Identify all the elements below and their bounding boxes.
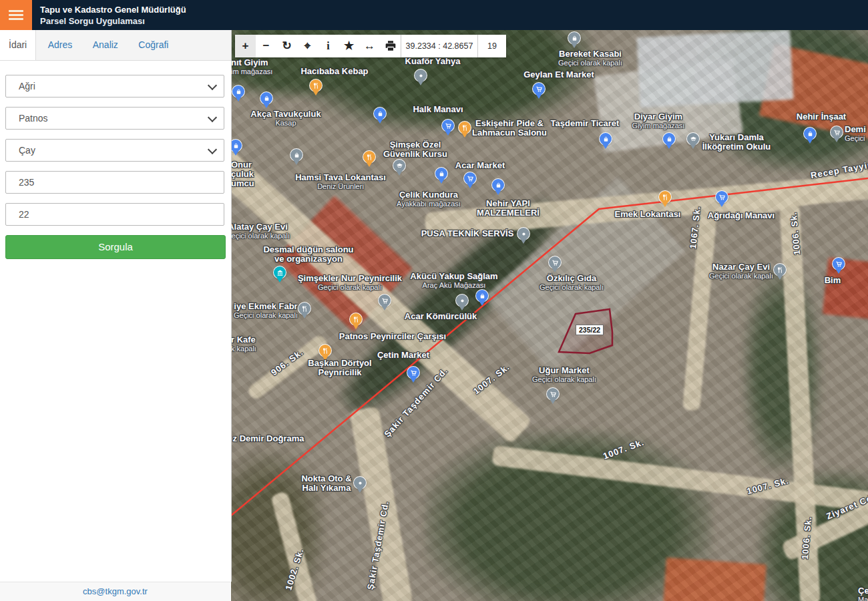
favorite-button[interactable]: ★ (339, 35, 359, 57)
block-number-input[interactable] (6, 172, 224, 193)
satellite-map[interactable]: nıt Giyimim mağazasıHacıbaba KebapKuaför… (231, 30, 868, 601)
bag-icon (666, 136, 673, 143)
food-map-pin[interactable] (774, 264, 786, 276)
food-icon (662, 194, 669, 201)
school-map-pin[interactable] (687, 133, 699, 145)
parcel-field-wrap (5, 203, 224, 226)
food-map-pin[interactable] (319, 345, 331, 357)
cart-icon (835, 260, 843, 268)
cart-map-pin[interactable] (833, 258, 845, 270)
bag-icon (235, 88, 242, 95)
footer-email-link[interactable]: cbs@tkgm.gov.tr (0, 582, 230, 601)
province-select[interactable]: Ağri (5, 75, 224, 97)
wedding-icon (276, 269, 284, 276)
bag-map-pin[interactable] (374, 108, 386, 120)
cart-map-pin[interactable] (407, 367, 419, 379)
tab-analiz[interactable]: Analiz (84, 30, 127, 59)
food-icon (353, 316, 360, 323)
bag-icon (293, 152, 300, 159)
parcel-number-input[interactable] (6, 204, 224, 225)
cart-map-pin[interactable] (716, 191, 728, 203)
dot-map-pin[interactable] (415, 69, 427, 81)
dot-icon (357, 479, 364, 487)
cart-icon (550, 391, 557, 398)
food-map-pin[interactable] (659, 191, 671, 203)
bag-map-pin[interactable] (600, 133, 612, 145)
food-icon (366, 154, 373, 161)
dot-map-pin[interactable] (517, 228, 529, 240)
wedding-map-pin[interactable] (274, 266, 286, 278)
info-button[interactable]: i (318, 35, 339, 57)
bag-icon (263, 95, 270, 102)
food-map-pin[interactable] (310, 79, 322, 91)
district-select-value: Patnos (19, 113, 48, 124)
coordinates-readout: 39.2334 : 42.8657 (401, 35, 477, 57)
tab-idari[interactable]: İdari (0, 30, 36, 60)
tab-adres[interactable]: Adres (39, 30, 81, 59)
cart-map-pin[interactable] (533, 83, 545, 95)
food-icon (461, 124, 469, 132)
food-map-pin[interactable] (363, 151, 375, 163)
tab-cografi[interactable]: Coğrafi (130, 30, 177, 59)
dot-map-pin[interactable] (354, 477, 366, 489)
print-button[interactable] (380, 35, 401, 57)
district-select[interactable]: Patnos (5, 107, 224, 130)
bag-map-pin[interactable] (568, 32, 580, 44)
bag-icon (232, 142, 240, 150)
bag-map-pin[interactable] (476, 290, 488, 302)
bag-icon (571, 35, 578, 42)
cart-map-pin[interactable] (831, 126, 843, 138)
bag-map-pin[interactable] (290, 149, 302, 161)
bag-icon (807, 130, 814, 138)
cart-map-pin[interactable] (442, 120, 454, 132)
chevron-down-icon (208, 81, 217, 90)
sorgula-button[interactable]: Sorgula (5, 235, 226, 259)
bag-icon (479, 292, 486, 300)
neighborhood-select[interactable]: Çay (5, 139, 224, 162)
hamburger-icon (9, 10, 23, 12)
school-map-pin[interactable] (393, 160, 405, 172)
cart-map-pin[interactable] (464, 172, 476, 184)
block-field-wrap (5, 171, 224, 194)
measure-button[interactable]: ↔ (359, 35, 380, 57)
school-icon (690, 136, 697, 143)
zoom-out-button[interactable]: − (256, 35, 276, 57)
dot-map-pin[interactable] (456, 294, 468, 307)
bag-icon (495, 182, 502, 189)
cart-icon (833, 129, 841, 136)
dot-icon (459, 297, 466, 305)
bag-map-pin[interactable] (260, 92, 272, 104)
bag-map-pin[interactable] (804, 128, 816, 140)
food-icon (322, 347, 329, 355)
bag-map-pin[interactable] (492, 179, 504, 191)
chevron-down-icon (208, 113, 217, 122)
food-map-pin[interactable] (459, 122, 471, 134)
cart-map-pin[interactable] (547, 388, 559, 400)
bag-icon (377, 110, 384, 118)
chevron-down-icon (208, 145, 217, 154)
zoom-level-readout: 19 (477, 35, 506, 57)
parcel-query-form: Ağri Patnos Çay Sorgula (0, 61, 231, 259)
parcel-number-label: 235/22 (576, 325, 604, 335)
food-icon (301, 305, 308, 313)
recenter-button[interactable]: ⌖ (297, 35, 318, 57)
school-icon (396, 162, 403, 170)
cart-icon (445, 122, 452, 130)
hamburger-menu-button[interactable] (0, 0, 32, 30)
bag-map-pin[interactable] (663, 133, 675, 145)
parsel-sorgu-app: Tapu ve Kadastro Genel Müdürlüğü Parsel … (0, 0, 868, 601)
bag-map-pin[interactable] (435, 168, 447, 180)
refresh-button[interactable]: ↻ (276, 35, 297, 57)
dot-icon (417, 72, 425, 79)
cart-map-pin[interactable] (379, 294, 391, 307)
province-select-value: Ağri (19, 81, 35, 91)
cart-map-pin[interactable] (549, 256, 561, 268)
cart-icon (410, 369, 417, 377)
zoom-in-button[interactable]: + (235, 35, 256, 57)
food-icon (312, 82, 320, 89)
food-map-pin[interactable] (350, 313, 362, 325)
neighborhood-select-value: Çay (19, 145, 35, 156)
cart-icon (467, 175, 474, 182)
food-map-pin[interactable] (298, 303, 310, 315)
bag-map-pin[interactable] (232, 85, 244, 97)
